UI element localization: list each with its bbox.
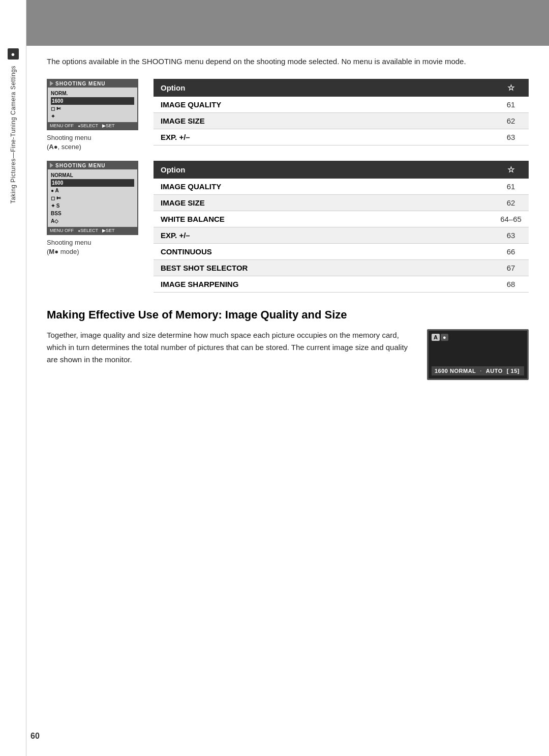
screen1-row2: 1600 [51,97,134,105]
screen1-row3: ◻ ✄ [51,105,134,112]
section2-row7-page: 68 [493,276,529,292]
memory-section: Together, image quality and size determi… [47,329,529,380]
monitor-top-icons: A ● [432,334,524,341]
section1-col2-header: ☆ [493,79,529,97]
section2-row5-label: CONTINUOUS [154,243,493,259]
table-row: BEST SHOT SELECTOR 67 [154,259,529,276]
section2-row5-page: 66 [493,243,529,259]
section2-screen-title: SHOOTING MENU [48,162,137,169]
screen2-row1: NORMAL [51,171,134,179]
section2-camera-screen: SHOOTING MENU NORMAL 1600 ● A ◻ [47,161,138,235]
section2-row4-page: 63 [493,227,529,243]
section2-row1-label: IMAGE QUALITY [154,179,493,195]
monitor-iso-quality: 1600 NORMAL [435,368,476,374]
monitor-bottom-bar: 1600 NORMAL · AUTO [ 15] [432,366,524,375]
section2-table: Option ☆ IMAGE QUALITY 61 IMAGE SIZE 62 [154,161,529,293]
section2-row7-label: IMAGE SHARPENING [154,276,493,292]
top-bar [0,0,549,46]
section1-row1-page: 61 [493,97,529,113]
section1-screen-area: SHOOTING MENU NORM. 1600 ◻ ✄ ✦ [47,79,138,152]
screen1-row4: ✦ [51,112,134,120]
section1-table-header: Option ☆ [154,79,529,97]
section2-row3-label: WHITE BALANCE [154,211,493,227]
section2-screen-area: SHOOTING MENU NORMAL 1600 ● A ◻ [47,161,138,256]
section1-screen-box: SHOOTING MENU NORM. 1600 ◻ ✄ ✦ [47,79,138,130]
section2-row2-page: 62 [493,194,529,211]
section2-col1-header: Option [154,161,493,179]
table-row: IMAGE SHARPENING 68 [154,276,529,292]
section2-caption: Shooting menu (M● mode) [47,238,138,256]
section2-screen-footer: MENU OFF ⬥SELECT ▶SET [48,227,137,234]
main-content: The options available in the SHOOTING me… [26,46,549,400]
table-row: EXP. +/– 63 [154,227,529,243]
section2-row2-label: IMAGE SIZE [154,194,493,211]
table-row: WHITE BALANCE 64–65 [154,211,529,227]
section2-row1-page: 61 [493,179,529,195]
monitor-count: [ 15] [507,368,520,374]
monitor-icon-cam: ● [441,334,448,341]
table-row: CONTINUOUS 66 [154,243,529,259]
monitor-mockup: A ● 1600 NORMAL · AUTO [ 15] [427,329,529,380]
section1-camera-screen: SHOOTING MENU NORM. 1600 ◻ ✄ ✦ [47,79,138,130]
section2-row4-label: EXP. +/– [154,227,493,243]
section1-row: SHOOTING MENU NORM. 1600 ◻ ✄ ✦ [47,79,529,152]
table-row: IMAGE SIZE 62 [154,112,529,129]
monitor-icon-a: A [432,334,440,341]
screen2-row4: ◻ ✄ [51,194,134,202]
table-row: IMAGE QUALITY 61 [154,97,529,113]
monitor-separator1: · [480,368,482,374]
section2-row6-label: BEST SHOT SELECTOR [154,259,493,276]
section2-col2-header: ☆ [493,161,529,179]
memory-body-text: Together, image quality and size determi… [47,329,412,366]
section2-row: SHOOTING MENU NORMAL 1600 ● A ◻ [47,161,529,293]
sidebar-icon: ● [8,48,19,60]
screen2-row6: BSS [51,210,134,217]
making-section-heading: Making Effective Use of Memory: Image Qu… [47,308,529,323]
section1-row1-label: IMAGE QUALITY [154,97,493,113]
table-row: IMAGE SIZE 62 [154,194,529,211]
table-row: EXP. +/– 63 [154,129,529,145]
section1-row3-page: 63 [493,129,529,145]
intro-paragraph: The options available in the SHOOTING me… [47,56,529,68]
table-row: IMAGE QUALITY 61 [154,179,529,195]
screen1-row1: NORM. [51,90,134,97]
monitor-box: A ● 1600 NORMAL · AUTO [ 15] [427,329,529,380]
monitor-auto: AUTO [486,368,503,374]
section2-row6-page: 67 [493,259,529,276]
section1-col1-header: Option [154,79,493,97]
sidebar: ● Taking Pictures—Fine-Tuning Camera Set… [0,0,26,756]
section2-screen-body: NORMAL 1600 ● A ◻ ✄ ✦ S [48,169,137,227]
section1-row2-page: 62 [493,112,529,129]
screen2-row3: ● A [51,187,134,194]
page-number: 60 [30,732,40,741]
screen2-row7: A◇ [51,217,134,225]
section1-screen-body: NORM. 1600 ◻ ✄ ✦ [48,88,137,122]
section1-caption: Shooting menu (A●, scene) [47,133,138,152]
screen2-row5: ✦ S [51,202,134,210]
section1-table: Option ☆ IMAGE QUALITY 61 IMAGE SIZE 62 [154,79,529,146]
section2-screen-box: SHOOTING MENU NORMAL 1600 ● A ◻ [47,161,138,235]
section2-table-header: Option ☆ [154,161,529,179]
section1-row3-label: EXP. +/– [154,129,493,145]
section2-row3-page: 64–65 [493,211,529,227]
section1-screen-footer: MENU OFF ⬥SELECT ▶SET [48,122,137,129]
section1-screen-title: SHOOTING MENU [48,80,137,88]
section1-row2-label: IMAGE SIZE [154,112,493,129]
sidebar-label: Taking Pictures—Fine-Tuning Camera Setti… [10,66,17,203]
screen2-row2: 1600 [51,179,134,187]
